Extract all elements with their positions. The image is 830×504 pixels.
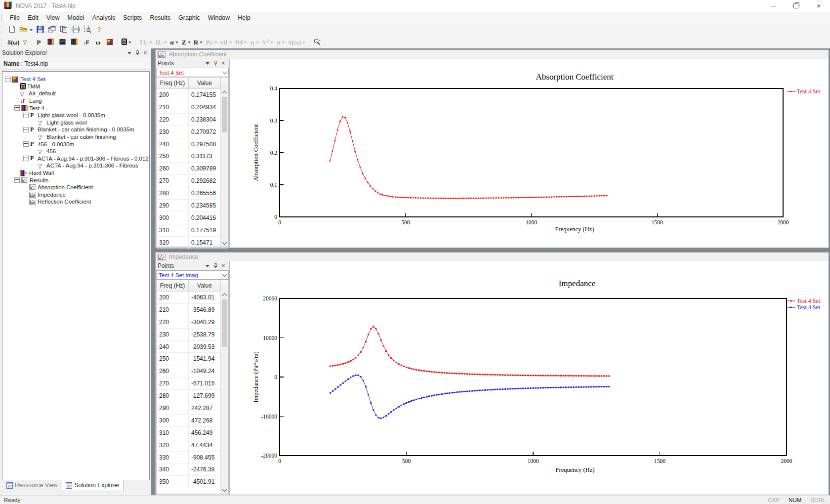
tree-item-impedance[interactable]: Impedance — [2, 191, 149, 199]
table-row[interactable]: 250-1541.94 — [157, 353, 228, 365]
tree-item-acta-aug-94-p-301-306-fibrous[interactable]: ε ηυACTA - Aug.94 - p.301-306 - Fibrous — [2, 162, 149, 169]
close-panel-icon[interactable]: × — [141, 49, 149, 56]
menu-results[interactable]: Results — [146, 12, 174, 24]
table-row[interactable]: 270-571.015 — [157, 378, 228, 390]
help-button[interactable]: ? — [94, 25, 105, 36]
table-row[interactable]: 3200.15471 — [157, 237, 228, 249]
sigma-button[interactable]: σ — [275, 37, 286, 48]
delta-omega-button[interactable]: δ(ω) — [6, 37, 20, 48]
tree-item-test-4-set[interactable]: Test 4 Set — [2, 76, 149, 83]
scroll-down-icon[interactable] — [221, 486, 228, 494]
tree-item-lang[interactable]: ↓FLang — [2, 97, 149, 105]
expander-minus-icon[interactable] — [23, 113, 29, 118]
tree-item-absorption-coefficient[interactable]: Absorption Coefficient — [2, 184, 149, 191]
dock-tab-solution-explorer[interactable]: Solution Explorer — [62, 480, 123, 491]
pin-icon[interactable] — [211, 262, 219, 269]
table-row[interactable]: 300472.268 — [157, 415, 228, 427]
pd-button[interactable]: Pd — [234, 37, 249, 48]
absorption-doc-titlebar[interactable]: Absorption Coefficient — [156, 50, 829, 59]
table-row[interactable]: 230-2538.79 — [157, 329, 228, 341]
table-row[interactable]: 2600.309789 — [157, 163, 228, 175]
table-row[interactable]: 2200.238304 — [157, 114, 228, 126]
z-impedance-button[interactable]: Z — [181, 37, 192, 48]
expander-minus-icon[interactable] — [5, 77, 11, 82]
table-row[interactable]: 2000.174155 — [157, 89, 228, 101]
impedance-doc-titlebar[interactable]: Impedance — [156, 252, 829, 261]
nova-cube-button[interactable] — [104, 37, 115, 48]
multi-spectrum-button[interactable] — [69, 37, 80, 48]
table-row[interactable]: 240-2039.53 — [157, 341, 228, 353]
close-button[interactable]: × — [807, 0, 830, 12]
panel-menu-button[interactable] — [204, 262, 211, 269]
table-scrollbar[interactable] — [220, 88, 228, 247]
table-row[interactable]: 280-127.699 — [157, 390, 228, 402]
table-row[interactable]: 3100.177519 — [157, 224, 228, 237]
vtl-button[interactable]: vtl — [219, 37, 233, 48]
tree-item-456[interactable]: ε ηυ456 — [2, 148, 149, 155]
r-reflection-button[interactable]: R — [193, 37, 204, 48]
pi-omega-button[interactable]: π(ω) — [287, 37, 306, 48]
table-row[interactable]: 330-908.455 — [157, 452, 228, 464]
expander-minus-icon[interactable] — [23, 156, 29, 161]
tl-button[interactable]: TL — [138, 37, 153, 48]
spectrum-bars-button[interactable] — [45, 37, 56, 48]
table-row[interactable]: 340-2476.38 — [157, 463, 228, 476]
zoom-tool-button[interactable]: + — [312, 37, 323, 48]
pin-icon[interactable] — [133, 49, 141, 56]
table-row[interactable]: 2700.292682 — [157, 175, 228, 187]
panel-menu-button[interactable] — [204, 60, 211, 67]
expander-minus-icon[interactable] — [14, 105, 20, 111]
scroll-up-icon[interactable] — [221, 88, 228, 96]
table-scrollbar[interactable] — [220, 291, 228, 494]
dock-tab-ressource-view[interactable]: Ressource View — [3, 480, 61, 491]
layers-button[interactable] — [57, 37, 68, 48]
table-row[interactable]: 260-1049.24 — [157, 365, 228, 378]
restore-button[interactable] — [785, 0, 807, 12]
pr-button[interactable]: Pr — [205, 37, 218, 48]
open-file-button[interactable] — [18, 25, 34, 36]
eta-button[interactable]: η — [249, 37, 260, 48]
calculator-button[interactable] — [121, 37, 132, 48]
omega-button[interactable]: ω — [92, 37, 103, 48]
scrollbar-thumb[interactable] — [222, 97, 227, 132]
alpha-button[interactable]: α — [169, 37, 180, 48]
minimize-button[interactable] — [762, 0, 785, 12]
save-button[interactable] — [35, 25, 45, 36]
menu-file[interactable]: File — [6, 12, 24, 24]
export-window-button[interactable] — [46, 25, 57, 36]
material-properties-button[interactable]: ε ηυ — [21, 37, 32, 48]
table-row[interactable]: 2900.234585 — [157, 200, 228, 212]
table-row[interactable]: 310456.249 — [157, 427, 228, 439]
table-row[interactable]: 2300.270972 — [157, 126, 228, 138]
table-row[interactable]: 2400.297508 — [157, 138, 228, 151]
table-row[interactable]: 220-3040.29 — [157, 316, 228, 329]
tree-item-light-glass-wool[interactable]: ε ηυLight glass wool — [2, 119, 149, 126]
tree-item-blanket-car-cabin-finishing[interactable]: ε ηυBlanket - car cabin finishing — [2, 133, 149, 141]
il-button[interactable]: IL — [154, 37, 167, 48]
copy-button[interactable] — [58, 25, 69, 36]
table-row[interactable]: 200-4063.01 — [157, 292, 228, 304]
panel-menu-button[interactable] — [125, 49, 133, 56]
menu-edit[interactable]: Edit — [24, 12, 42, 24]
pressure-button[interactable]: P — [33, 37, 44, 48]
print-preview-button[interactable] — [82, 25, 93, 36]
menu-help[interactable]: Help — [234, 12, 254, 24]
scroll-down-icon[interactable] — [221, 239, 228, 247]
menu-graphic[interactable]: Graphic — [174, 12, 204, 24]
close-panel-icon[interactable]: × — [219, 60, 227, 67]
table-row[interactable]: 210-3546.89 — [157, 304, 228, 316]
menu-scripts[interactable]: Scripts — [119, 12, 146, 24]
tree-item-test-4[interactable]: Test 4 — [2, 104, 149, 112]
title-bar[interactable]: NOVA 2017 - Test4.nlp × — [0, 0, 830, 12]
tree-item-tmm[interactable]: TMM — [2, 83, 149, 90]
table-row[interactable]: 2500.31173 — [157, 150, 228, 163]
menu-window[interactable]: Window — [204, 12, 234, 24]
new-document-button[interactable] — [6, 25, 17, 36]
dataset-selector[interactable]: Test 4 Set — [156, 68, 229, 77]
tree-item-acta-aug-94-p-301-306-fibrous-0-0125m[interactable]: PACTA - Aug.94 - p.301-306 - Fibrous - 0… — [2, 155, 149, 163]
menu-analysis[interactable]: Analysis — [88, 12, 120, 24]
menu-view[interactable]: View — [42, 12, 64, 24]
table-row[interactable]: 3000.204416 — [157, 212, 228, 224]
tree-item-light-glass-wool-0-0035m[interactable]: PLight glass wool - 0.0035m — [2, 112, 149, 119]
table-row[interactable]: 350-4501.91 — [157, 476, 228, 488]
